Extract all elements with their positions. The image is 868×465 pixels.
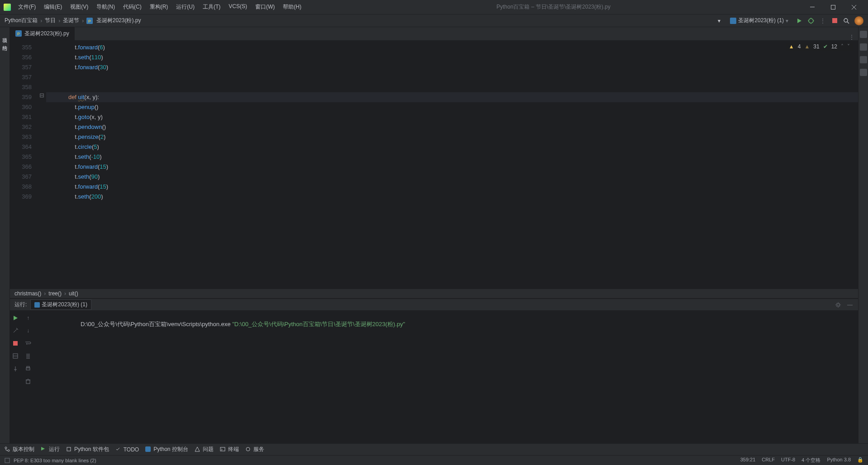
project-tool-tab[interactable]: 项目 (0, 31, 9, 38)
prev-highlight-icon[interactable]: ˄ (841, 43, 844, 50)
breadcrumb-folder2[interactable]: 圣诞节 (63, 17, 79, 24)
svg-rect-0 (810, 7, 815, 7)
menu-refactor[interactable]: 重构(R) (146, 1, 172, 13)
services-tool-tab[interactable]: 服务 (245, 446, 264, 453)
svg-rect-6 (832, 18, 837, 23)
avatar[interactable] (854, 16, 863, 25)
terminal-tool-tab[interactable]: 终端 (220, 446, 239, 453)
structure-breadcrumbs: christmas()› tree()› uit() (10, 289, 858, 299)
tabs-more-icon[interactable]: ⋮ (845, 34, 858, 40)
breadcrumb-folder1[interactable]: 节日 (45, 17, 56, 24)
status-icon (5, 458, 10, 463)
close-button[interactable] (844, 0, 864, 14)
python-file-icon (730, 18, 736, 24)
tab-label: 圣诞树2023(粉).py (24, 30, 69, 38)
menu-tools[interactable]: 工具(T) (199, 1, 224, 13)
menu-navigate[interactable]: 导航(N) (93, 1, 119, 13)
package-icon (66, 446, 72, 453)
crumb-func[interactable]: uit() (69, 290, 78, 297)
menu-view[interactable]: 视图(V) (67, 1, 92, 13)
run-tool-tab[interactable]: 运行 (41, 446, 60, 453)
typo-count: 12 (831, 43, 837, 50)
scroll-to-end-icon[interactable] (24, 351, 33, 361)
vcs-tool-tab[interactable]: 版本控制 (5, 446, 34, 453)
branch-icon (5, 446, 11, 453)
breadcrumb-project[interactable]: Python百宝箱 (5, 17, 38, 24)
status-message[interactable]: PEP 8: E303 too many blank lines (2) (14, 458, 96, 463)
print-icon[interactable] (24, 364, 33, 373)
file-encoding[interactable]: UTF-8 (781, 457, 795, 464)
console-output[interactable]: D:\00_公众号\代码\Python百宝箱\venv\Scripts\pyth… (33, 311, 858, 443)
weak-warning-count: 31 (813, 43, 819, 50)
warning-icon: ▲ (789, 43, 794, 50)
python-file-icon: P (86, 18, 93, 24)
pin-tab-icon[interactable] (11, 364, 20, 373)
svg-rect-23 (5, 458, 10, 463)
right-tool-stripe (858, 27, 868, 443)
main-menu: 文件(F) 编辑(E) 视图(V) 导航(N) 代码(C) 重构(R) 运行(U… (14, 1, 305, 13)
menu-run[interactable]: 运行(U) (172, 1, 198, 13)
up-stack-icon[interactable]: ↑ (24, 313, 33, 323)
menu-window[interactable]: 窗口(W) (252, 1, 278, 13)
plots-icon[interactable] (860, 69, 867, 76)
soft-wrap-icon[interactable] (24, 339, 33, 348)
todo-tool-tab[interactable]: TODO (115, 446, 139, 453)
menu-vcs[interactable]: VCS(S) (225, 1, 251, 13)
indent-setting[interactable]: 4 个空格 (801, 457, 820, 464)
status-bar: PEP 8: E303 too many blank lines (2) 359… (0, 455, 868, 465)
crumb-func[interactable]: christmas() (14, 290, 41, 297)
reader-mode-icon[interactable]: 🔒 (857, 457, 863, 464)
database-icon[interactable] (860, 43, 867, 51)
code-editor[interactable]: 3553563573573583593603613623633643653663… (10, 41, 858, 289)
settings-icon[interactable] (835, 301, 842, 308)
editor-tab[interactable]: P 圣诞树2023(粉).py (10, 27, 75, 40)
breadcrumb-file[interactable]: P 圣诞树2023(粉).py (86, 17, 141, 24)
menu-code[interactable]: 代码(C) (119, 1, 145, 13)
notifications-icon[interactable] (860, 31, 867, 38)
structure-tool-tab[interactable]: 结构 (0, 38, 9, 45)
play-icon (41, 446, 47, 453)
title-bar: 文件(F) 编辑(E) 视图(V) 导航(N) 代码(C) 重构(R) 运行(U… (0, 0, 868, 14)
warning-icon (195, 446, 201, 453)
menu-edit[interactable]: 编辑(E) (40, 1, 66, 13)
run-button[interactable] (796, 17, 803, 24)
crumb-func[interactable]: tree() (48, 290, 62, 297)
clear-all-icon[interactable] (24, 377, 33, 386)
svg-rect-10 (34, 302, 40, 308)
python-console-tab[interactable]: Python 控制台 (145, 446, 188, 453)
minimize-button[interactable] (802, 0, 823, 14)
line-number-gutter: 3553563573573583593603613623633643653663… (10, 41, 37, 289)
stop-process-button[interactable] (11, 339, 20, 348)
search-icon[interactable] (843, 17, 850, 24)
debug-button[interactable] (807, 17, 815, 24)
code-content[interactable]: t.forward(6) t.seth(110) t.forward(30) d… (46, 41, 858, 289)
layout-icon[interactable] (11, 351, 20, 361)
down-stack-icon[interactable]: ↓ (24, 326, 33, 335)
more-run-icon[interactable]: ⋮ (819, 17, 826, 24)
app-icon (4, 4, 11, 11)
hide-panel-icon[interactable]: — (846, 301, 854, 308)
sciview-icon[interactable] (860, 56, 867, 63)
run-config-selector[interactable]: 圣诞树2023(粉) (1) ▾ (727, 16, 791, 25)
svg-point-7 (844, 19, 848, 22)
menu-file[interactable]: 文件(F) (14, 1, 39, 13)
caret-position[interactable]: 359:21 (740, 457, 756, 464)
run-panel-tab[interactable]: 圣诞树2023(粉) (1) (30, 299, 91, 310)
maximize-button[interactable] (823, 0, 844, 14)
fold-gutter[interactable]: ⊟ (37, 41, 46, 289)
next-highlight-icon[interactable]: ˅ (847, 43, 850, 50)
packages-tool-tab[interactable]: Python 软件包 (66, 446, 109, 453)
modify-run-config-icon[interactable] (11, 326, 20, 335)
interpreter[interactable]: Python 3.8 (827, 457, 851, 464)
line-separator[interactable]: CRLF (762, 457, 775, 464)
svg-rect-14 (26, 368, 30, 370)
menu-help[interactable]: 帮助(H) (279, 1, 305, 13)
stop-button[interactable] (831, 17, 838, 24)
run-panel-label: 运行: (14, 301, 27, 308)
problems-tool-tab[interactable]: 问题 (195, 446, 214, 453)
rerun-button[interactable] (11, 313, 20, 323)
svg-rect-4 (730, 18, 736, 24)
svg-point-5 (809, 19, 813, 23)
add-config-icon[interactable]: ▾ (715, 17, 723, 24)
inspections-widget[interactable]: ▲4 ▲31 ✔12 ˄ ˅ (786, 43, 853, 51)
